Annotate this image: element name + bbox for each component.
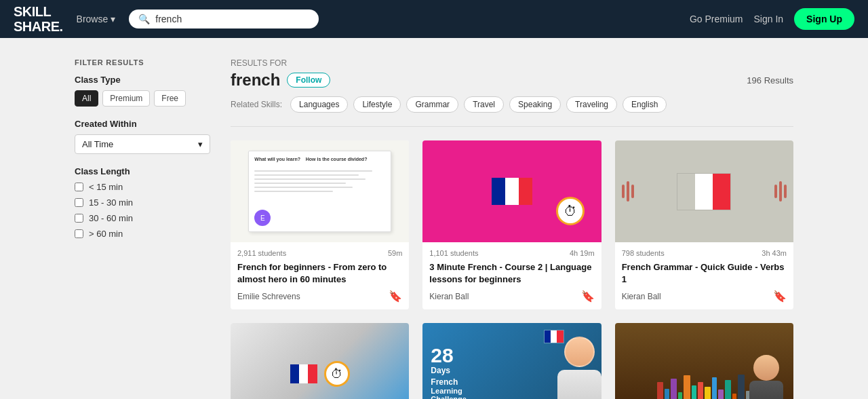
card-3-duration: 3h 43m bbox=[762, 249, 787, 257]
browse-button[interactable]: Browse ▾ bbox=[77, 14, 116, 24]
card-3[interactable]: 798 students 3h 43m French Grammar - Qui… bbox=[615, 140, 793, 309]
search-icon: 🔍 bbox=[138, 14, 150, 24]
card-3-meta: 798 students 3h 43m bbox=[622, 249, 787, 257]
length-15-item[interactable]: < 15 min bbox=[75, 182, 210, 192]
sidebar: FILTER RESULTS Class Type All Premium Fr… bbox=[75, 58, 210, 399]
card-1-title: French for beginners - From zero to almo… bbox=[237, 261, 402, 286]
instructor-avatar: E bbox=[254, 210, 271, 226]
related-skills: Related Skills: Languages Lifestyle Gram… bbox=[231, 96, 793, 113]
card-3-thumbnail bbox=[615, 140, 793, 242]
skill-grammar[interactable]: Grammar bbox=[406, 96, 458, 113]
card-2[interactable]: ⏱ 1,101 students 4h 19m 3 Minute French … bbox=[422, 140, 601, 309]
related-skills-label: Related Skills: bbox=[231, 100, 282, 109]
skill-english[interactable]: English bbox=[623, 96, 667, 113]
skill-travel[interactable]: Travel bbox=[464, 96, 504, 113]
card-1-thumbnail: What will you learn? How is the course d… bbox=[231, 140, 409, 242]
search-input[interactable] bbox=[155, 14, 309, 24]
card-5-thumbnail: 28 Days French Learning Challenge bbox=[422, 323, 601, 399]
card-4-content: ⏱ bbox=[290, 361, 350, 387]
card-1-body: 2,911 students 59m French for beginners … bbox=[231, 242, 409, 309]
card-2-meta: 1,101 students 4h 19m bbox=[429, 249, 594, 257]
results-area: RESULTS FOR french Follow 196 Results Re… bbox=[231, 58, 793, 399]
sign-up-button[interactable]: Sign Up bbox=[794, 8, 854, 30]
cards-grid: What will you learn? How is the course d… bbox=[231, 140, 793, 399]
follow-button[interactable]: Follow bbox=[287, 73, 330, 88]
card-4[interactable]: ⏱ 590 students 1h 5m 3 Minute French - F… bbox=[231, 323, 409, 399]
sound-waves-right bbox=[774, 181, 787, 202]
skill-speaking[interactable]: Speaking bbox=[509, 96, 561, 113]
card-2-body: 1,101 students 4h 19m 3 Minute French - … bbox=[422, 242, 601, 309]
logo[interactable]: SKILL SHARE. bbox=[14, 4, 63, 34]
sign-in-button[interactable]: Sign In bbox=[754, 14, 784, 24]
length-60-item[interactable]: > 60 min bbox=[75, 229, 210, 239]
card-4-flag bbox=[290, 364, 317, 383]
french-flag-large bbox=[677, 173, 731, 210]
skill-lifestyle[interactable]: Lifestyle bbox=[353, 96, 401, 113]
card-3-bookmark-icon[interactable]: 🔖 bbox=[773, 290, 787, 303]
card-5-flag-small bbox=[544, 330, 564, 343]
go-premium-button[interactable]: Go Premium bbox=[690, 14, 743, 24]
search-term-heading: french bbox=[231, 71, 280, 90]
length-60-checkbox[interactable] bbox=[75, 229, 83, 238]
class-length-checkboxes: < 15 min 15 - 30 min 30 - 60 min > 60 mi… bbox=[75, 182, 210, 239]
card-4-thumbnail: ⏱ bbox=[231, 323, 409, 399]
card-3-students: 798 students bbox=[622, 249, 665, 257]
filter-title: FILTER RESULTS bbox=[75, 58, 210, 66]
card-2-footer: Kieran Ball 🔖 bbox=[429, 290, 594, 303]
card-2-bookmark-icon[interactable]: 🔖 bbox=[581, 290, 595, 303]
card-5[interactable]: 28 Days French Learning Challenge bbox=[422, 323, 601, 399]
length-15-checkbox[interactable] bbox=[75, 183, 83, 191]
class-length-label: Class Length bbox=[75, 166, 210, 176]
card-2-thumbnail: ⏱ bbox=[422, 140, 601, 242]
library-bg bbox=[615, 323, 793, 399]
card-1[interactable]: What will you learn? How is the course d… bbox=[231, 140, 409, 309]
class-type-label: Class Type bbox=[75, 75, 210, 85]
card-4-timer-icon: ⏱ bbox=[324, 361, 350, 387]
skill-languages[interactable]: Languages bbox=[290, 96, 348, 113]
card-2-instructor: Kieran Ball bbox=[429, 292, 469, 301]
all-time-dropdown[interactable]: All Time ▾ bbox=[75, 134, 210, 154]
sound-waves-left bbox=[622, 181, 634, 202]
card-1-instructor: Emilie Schrevens bbox=[237, 292, 300, 301]
books-row bbox=[657, 375, 751, 399]
card-1-duration: 59m bbox=[388, 249, 402, 257]
length-30-60-checkbox[interactable] bbox=[75, 214, 83, 223]
timer-icon: ⏱ bbox=[556, 197, 585, 225]
card-3-title: French Grammar - Quick Guide - Verbs 1 bbox=[622, 261, 787, 286]
card-1-meta: 2,911 students 59m bbox=[237, 249, 402, 257]
card-1-footer: Emilie Schrevens 🔖 bbox=[237, 290, 402, 303]
length-30-60-item[interactable]: 30 - 60 min bbox=[75, 213, 210, 223]
results-for-label: RESULTS FOR bbox=[231, 58, 793, 68]
card-3-footer: Kieran Ball 🔖 bbox=[622, 290, 787, 303]
card-3-body: 798 students 3h 43m French Grammar - Qui… bbox=[615, 242, 793, 309]
person-overlay bbox=[749, 355, 783, 399]
skill-traveling[interactable]: Traveling bbox=[566, 96, 617, 113]
card-6-thumbnail bbox=[615, 323, 793, 399]
french-flag-small bbox=[492, 178, 532, 205]
search-bar: 🔍 bbox=[129, 10, 319, 28]
filter-free-button[interactable]: Free bbox=[154, 90, 186, 107]
length-15-30-item[interactable]: 15 - 30 min bbox=[75, 197, 210, 208]
created-within-label: Created Within bbox=[75, 119, 210, 129]
class-type-buttons: All Premium Free bbox=[75, 90, 210, 107]
card-1-students: 2,911 students bbox=[237, 249, 286, 257]
card-1-bookmark-icon[interactable]: 🔖 bbox=[389, 290, 402, 303]
notebook-image: What will you learn? How is the course d… bbox=[248, 151, 391, 232]
navbar: SKILL SHARE. Browse ▾ 🔍 Go Premium Sign … bbox=[0, 0, 868, 38]
page-content: FILTER RESULTS Class Type All Premium Fr… bbox=[61, 58, 807, 399]
card-2-students: 1,101 students bbox=[429, 249, 478, 257]
card-2-title: 3 Minute French - Course 2 | Language le… bbox=[429, 261, 594, 286]
length-15-30-checkbox[interactable] bbox=[75, 198, 83, 207]
card-6[interactable]: 451 students 58m Daily Spoken French - L… bbox=[615, 323, 793, 399]
filter-all-button[interactable]: All bbox=[75, 90, 98, 107]
filter-premium-button[interactable]: Premium bbox=[102, 90, 150, 107]
card-5-person bbox=[557, 337, 601, 399]
nav-right: Go Premium Sign In Sign Up bbox=[690, 8, 854, 30]
results-count: 196 Results bbox=[747, 75, 793, 86]
divider bbox=[231, 126, 793, 127]
card-3-instructor: Kieran Ball bbox=[622, 292, 661, 301]
results-heading: french Follow 196 Results bbox=[231, 71, 793, 90]
card-2-duration: 4h 19m bbox=[570, 249, 595, 257]
